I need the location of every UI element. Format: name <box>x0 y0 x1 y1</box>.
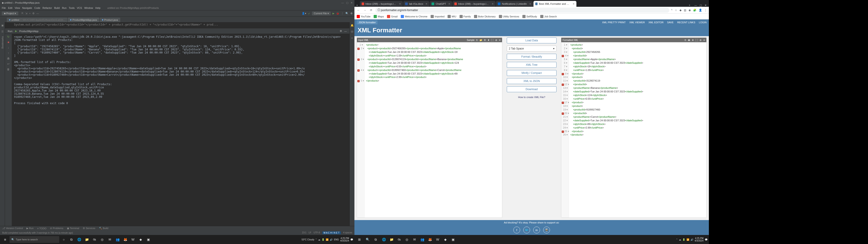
m-tool-icon[interactable]: Ⓜ <box>351 30 353 33</box>
explorer-icon-2[interactable]: 📁 <box>388 236 395 243</box>
start-button[interactable]: ⊞ <box>1 236 8 243</box>
upload-icon[interactable]: ⬆ <box>484 39 486 41</box>
terminal-tab[interactable]: ▣ Terminal <box>67 227 79 230</box>
bookmark-star-icon[interactable]: ☆ <box>675 8 677 12</box>
tab-close-icon[interactable]: ✕ <box>399 2 401 5</box>
format-button[interactable]: Format / Beautify <box>507 54 557 60</box>
sample-link[interactable]: Sample <box>467 39 474 41</box>
linkedin-icon[interactable]: in <box>533 226 540 233</box>
caret-pos[interactable]: 23:1 <box>302 231 306 234</box>
stop-icon[interactable]: ■ <box>7 41 9 44</box>
print-out-icon[interactable]: 🖶 <box>688 39 690 41</box>
taskbar-search[interactable]: 🔍 Type here to search <box>9 236 59 243</box>
problems-tab[interactable]: ⊘ Problems <box>50 227 63 230</box>
onedrive-icon[interactable]: ☁ <box>318 238 320 241</box>
bookmark-job-search[interactable]: Job Search <box>540 15 557 18</box>
console-output[interactable]: <span class="path">C:\Users\togs2\.jdks\… <box>12 34 349 226</box>
folder-icon[interactable]: 📁 <box>479 39 482 41</box>
nav-pretty[interactable]: XML PRETTY PRINT <box>602 21 626 24</box>
fullscreen-icon[interactable]: ⛶ <box>491 39 493 41</box>
fullscreen-out-icon[interactable]: ⛶ <box>695 39 698 41</box>
bookmarks-tool[interactable]: Bookmarks <box>1 36 4 49</box>
download-icon[interactable]: ⬇ <box>488 39 489 41</box>
input-editor[interactable]: 1 ▾ × 2 ▾ × 3 ▾ × 4 ▾ × 5 ▾ <products> <… <box>357 42 502 218</box>
tab-search-icon[interactable]: ▾ <box>354 4 360 7</box>
nav-save[interactable]: SAVE <box>667 21 674 24</box>
close-out-icon[interactable]: ✕ <box>703 39 705 41</box>
bookmark-welcome-to-chrome[interactable]: Welcome to Chrome <box>401 15 428 18</box>
menu-view[interactable]: View <box>15 6 20 9</box>
tab-close-icon[interactable]: ✕ <box>572 2 575 5</box>
menu-help[interactable]: Help <box>95 6 101 9</box>
bookmark-utility-services[interactable]: Utility Services <box>499 15 519 18</box>
volume-icon[interactable]: 🔊 <box>330 238 333 241</box>
back-button[interactable]: ← <box>356 8 361 12</box>
trash-icon[interactable]: 🗑 <box>7 68 10 71</box>
search-icon-2[interactable]: 🔍 <box>364 236 371 243</box>
nav-viewer[interactable]: XML VIEWER <box>629 21 645 24</box>
site-brand[interactable]: JSON formatter <box>357 20 377 24</box>
output-editor[interactable]: 1 ▾ 2 ▾ 3 ▾ × 4 ▾ 5 ▾ 6 ▾ 7 ▾ 8 ▾ × 9 ▾ … <box>561 42 706 218</box>
debug-icon[interactable]: 🐞 <box>336 12 339 15</box>
profile-icon[interactable]: 👤 <box>699 8 702 12</box>
menu-file[interactable]: File <box>2 6 6 9</box>
twitter-icon[interactable]: 🐦 <box>523 226 530 233</box>
rerun-icon[interactable]: ↻ <box>7 35 9 38</box>
load-data-button[interactable]: Load Data <box>507 37 557 43</box>
run-target[interactable]: ProductMgmtApp <box>19 30 38 33</box>
menu-build[interactable]: Build <box>54 6 60 9</box>
gear-icon[interactable]: ⚙ <box>32 12 35 15</box>
chrome-tab-5[interactable]: Best XML Formatter and XML ...✕ <box>533 1 577 7</box>
breadcrumb[interactable]: untitled src ProductMgmtApp printXmlProd… <box>107 6 159 9</box>
copy-out-icon[interactable]: ⎘ <box>685 39 686 41</box>
menu-run[interactable]: Run <box>62 6 66 9</box>
tab-close-icon[interactable]: ✕ <box>492 2 494 5</box>
up-icon[interactable]: ↑ <box>8 52 9 55</box>
store-icon-2[interactable]: 🛍 <box>396 236 403 243</box>
user-icon[interactable]: 👤▾ <box>302 12 306 15</box>
encoding[interactable]: UTF-8 <box>313 231 320 234</box>
menu-tools[interactable]: Tools <box>69 6 74 9</box>
edge-icon[interactable]: 🌐 <box>75 236 83 243</box>
chrome-tab-0[interactable]: Inbox (298) – buyantogs.luu@...✕ <box>360 1 403 7</box>
db-tool-icon[interactable]: ≡ <box>351 37 352 39</box>
terminal-icon[interactable]: ▣ <box>145 236 152 243</box>
tab-space-select[interactable]: 2 Tab Space▾ <box>507 45 557 52</box>
to-json-button[interactable]: XML to JSON <box>507 78 557 84</box>
minify-button[interactable]: Minify / Compact <box>507 70 557 76</box>
menu-window[interactable]: Window <box>84 6 93 9</box>
battery-icon-2[interactable]: 🔋 <box>682 238 685 241</box>
bookmark-maps[interactable]: Maps <box>374 15 384 18</box>
project-dropdown[interactable]: ■ Project ▾ <box>2 11 18 16</box>
chrome-icon-2[interactable]: ◎ <box>403 236 410 243</box>
tab-untitled[interactable]: untitled C:\MIU\CS489 AppliedSoftwareDev… <box>7 18 67 22</box>
chrome-icon[interactable]: ◎ <box>98 236 106 243</box>
todo-tab[interactable]: ≡ TODO <box>37 227 46 230</box>
store-icon[interactable]: 🛍 <box>91 236 98 243</box>
chrome-tab-2[interactable]: ChatGPT✕ <box>430 1 452 7</box>
bookmark-youtube[interactable]: YouTube <box>357 15 370 18</box>
bookmark-family[interactable]: Family <box>460 15 471 18</box>
firefox-icon-2[interactable]: 🦊 <box>426 236 434 243</box>
tab-productmgmtapp[interactable]: ProductMgmtApp.java <box>68 18 99 22</box>
volume-icon-2[interactable]: 🔊 <box>690 238 693 241</box>
action-center-icon[interactable]: 💬 <box>350 238 353 241</box>
start-button-2[interactable]: ⊞ <box>356 236 363 243</box>
action-center-icon-2[interactable]: 💬 <box>705 238 708 241</box>
download-out-icon[interactable]: ⬇ <box>692 39 694 41</box>
mail-icon[interactable]: ✉ <box>106 236 114 243</box>
project-tool-icon[interactable]: ▣ <box>1 24 4 27</box>
mail-icon-2[interactable]: ✉ <box>411 236 418 243</box>
expand-icon[interactable]: ⇱ <box>22 12 24 15</box>
structure-tool-icon[interactable]: ☰ <box>1 30 4 33</box>
taskview-icon-2[interactable]: ⧉ <box>372 236 379 243</box>
lang-indicator[interactable]: ENG <box>334 238 339 241</box>
build-tab[interactable]: 🔨 Build <box>99 227 108 230</box>
services-tab[interactable]: ⚙ Services <box>83 227 95 230</box>
line-sep[interactable]: LF <box>309 231 311 234</box>
tab-close-icon[interactable]: ✕ <box>529 2 531 5</box>
translate-icon[interactable]: ᴳ <box>671 8 673 12</box>
clear-out-icon[interactable]: ⊘ <box>700 39 702 41</box>
close-icon[interactable]: ✕ <box>350 1 352 4</box>
tray-chevron-icon-2[interactable]: ˄ <box>676 238 677 241</box>
